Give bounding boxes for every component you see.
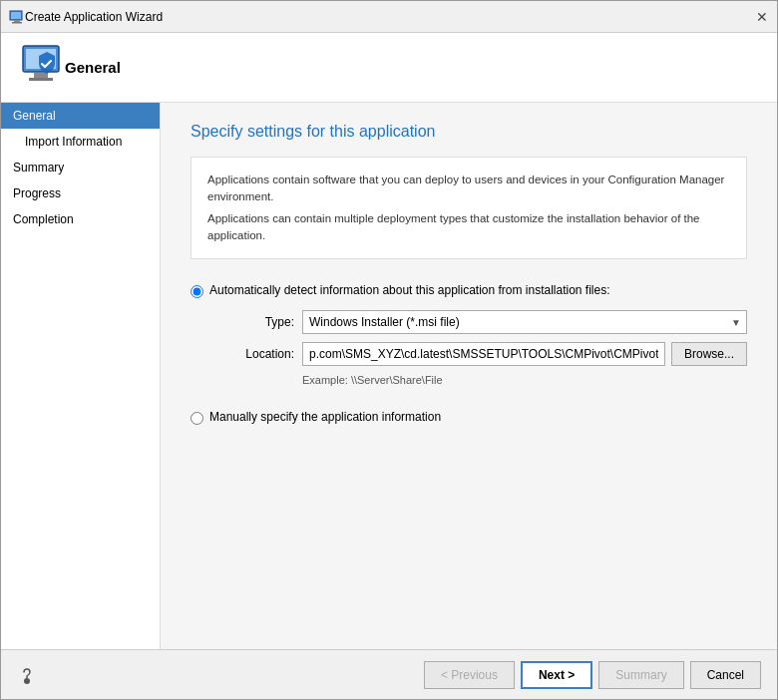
type-select-wrapper: Windows Installer (*.msi file) Windows a…: [302, 310, 747, 334]
main-window: Create Application Wizard ✕ General: [0, 0, 778, 700]
sidebar-item-general[interactable]: General: [1, 103, 160, 129]
cancel-button[interactable]: Cancel: [690, 661, 761, 689]
svg-rect-3: [12, 22, 22, 24]
radio-auto-input[interactable]: [191, 285, 203, 298]
svg-point-8: [24, 678, 30, 684]
sidebar-item-summary[interactable]: Summary: [1, 155, 160, 180]
footer-left: [17, 665, 418, 685]
radio-auto-label[interactable]: Automatically detect information about t…: [191, 283, 747, 298]
sidebar-item-completion[interactable]: Completion: [1, 206, 160, 232]
header-icon: [17, 44, 65, 92]
window-icon: [9, 9, 25, 25]
radio-manual-input[interactable]: [191, 412, 203, 425]
svg-rect-2: [14, 20, 20, 22]
form-grid: Type: Windows Installer (*.msi file) Win…: [214, 310, 747, 386]
window-title: Create Application Wizard: [25, 10, 755, 24]
summary-button[interactable]: Summary: [598, 661, 683, 689]
svg-rect-7: [29, 78, 53, 81]
main-content: General Import Information Summary Progr…: [1, 103, 777, 649]
radio-auto-section: Automatically detect information about t…: [191, 283, 747, 386]
svg-rect-1: [11, 12, 21, 19]
type-label: Type:: [214, 315, 294, 329]
title-bar: Create Application Wizard ✕: [1, 1, 777, 33]
radio-manual-label[interactable]: Manually specify the application informa…: [191, 410, 747, 425]
description-line1: Applications contain software that you c…: [207, 172, 730, 206]
window-body: General General Import Information Summa…: [1, 33, 777, 649]
description-line2: Applications can contain multiple deploy…: [207, 210, 730, 245]
content-area: Specify settings for this application Ap…: [161, 103, 777, 649]
footer: < Previous Next > Summary Cancel: [1, 649, 777, 699]
radio-manual-section: Manually specify the application informa…: [191, 410, 747, 425]
type-row: Type: Windows Installer (*.msi file) Win…: [214, 310, 747, 334]
help-icon: [17, 665, 37, 685]
location-row: Location: Browse...: [214, 342, 747, 366]
content-title: Specify settings for this application: [191, 123, 747, 141]
header-area: General: [1, 33, 777, 103]
header-title: General: [65, 59, 121, 76]
browse-button[interactable]: Browse...: [671, 342, 747, 366]
example-text: Example: \\Server\Share\File: [302, 374, 747, 386]
description-box: Applications contain software that you c…: [191, 157, 747, 259]
sidebar-item-import-information[interactable]: Import Information: [1, 129, 160, 155]
sidebar-item-progress[interactable]: Progress: [1, 180, 160, 206]
next-button[interactable]: Next >: [521, 661, 592, 689]
location-label: Location:: [214, 347, 294, 361]
sidebar: General Import Information Summary Progr…: [1, 103, 161, 649]
location-input-row: Browse...: [302, 342, 747, 366]
svg-rect-6: [34, 73, 48, 78]
type-select[interactable]: Windows Installer (*.msi file) Windows a…: [302, 310, 747, 334]
close-button[interactable]: ✕: [755, 10, 769, 24]
location-input[interactable]: [302, 342, 665, 366]
previous-button[interactable]: < Previous: [424, 661, 515, 689]
